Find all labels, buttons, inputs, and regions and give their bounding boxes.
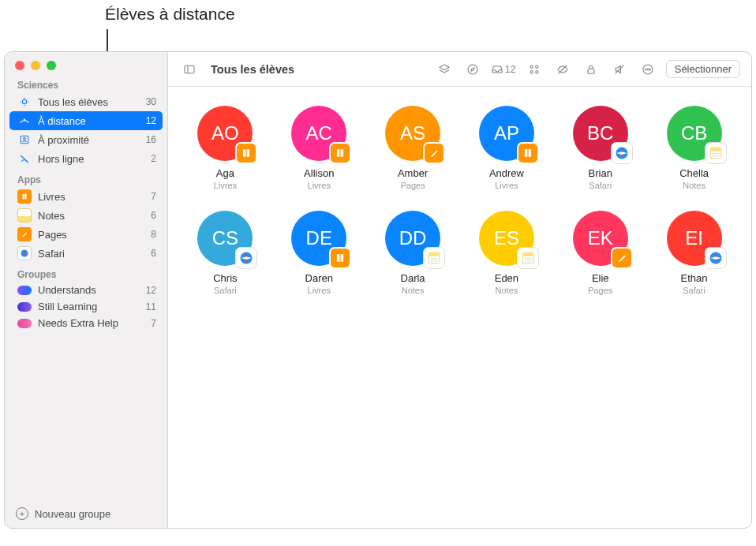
- app-badge-icon: [235, 247, 257, 269]
- student-initials: CB: [681, 122, 707, 144]
- inbox-button[interactable]: 12: [491, 63, 516, 76]
- app-badge-icon: [329, 142, 351, 164]
- student-name: Darla: [401, 272, 425, 284]
- sidebar-item-label: Needs Extra Help: [38, 317, 144, 329]
- student-name: Andrew: [489, 167, 524, 179]
- sidebar-item[interactable]: Safari6: [5, 244, 167, 263]
- svg-marker-11: [471, 68, 474, 71]
- student-avatar: AS: [385, 106, 440, 161]
- svg-point-12: [530, 65, 533, 68]
- student-item[interactable]: DEDarenLivres: [276, 211, 362, 295]
- sidebar-item[interactable]: Still Learning11: [5, 298, 167, 315]
- student-avatar: BC: [573, 106, 628, 161]
- mute-icon[interactable]: [609, 60, 630, 79]
- sidebar: SciencesTous les élèves30À distance12À p…: [5, 52, 168, 528]
- student-app: Livres: [495, 181, 518, 190]
- sidebar-item[interactable]: Needs Extra Help7: [5, 315, 167, 331]
- window-controls: [5, 52, 167, 73]
- svg-rect-17: [588, 69, 594, 73]
- sidebar-icon: [17, 151, 32, 166]
- select-button[interactable]: Sélectionner: [666, 60, 740, 78]
- sidebar-item[interactable]: Understands12: [5, 282, 167, 298]
- student-name: Brian: [589, 167, 612, 179]
- sidebar-item-count: 6: [151, 210, 156, 221]
- sidebar-item[interactable]: Tous les élèves30: [5, 92, 167, 111]
- student-app: Livres: [214, 181, 237, 190]
- student-name: Allison: [304, 167, 334, 179]
- svg-point-22: [649, 69, 650, 69]
- sidebar-item[interactable]: À proximité16: [5, 130, 167, 149]
- svg-point-14: [530, 70, 533, 73]
- student-avatar: DE: [291, 211, 346, 266]
- student-name: Elie: [592, 272, 609, 284]
- sidebar-item-label: Tous les élèves: [38, 96, 140, 108]
- app-icon: [17, 227, 32, 241]
- sidebar-item-count: 7: [151, 318, 156, 329]
- student-item[interactable]: CSChrisSafari: [182, 211, 268, 295]
- sidebar-item[interactable]: Hors ligne2: [5, 149, 167, 168]
- sidebar-item-label: Hors ligne: [38, 153, 144, 165]
- sidebar-section-header: Apps: [5, 168, 167, 187]
- sidebar-item-label: Still Learning: [38, 301, 140, 312]
- svg-marker-9: [440, 65, 449, 70]
- sidebar-icon: [17, 95, 32, 109]
- sidebar-toggle-icon[interactable]: [179, 60, 200, 79]
- sidebar-item-count: 11: [146, 301, 156, 312]
- student-app: Notes: [683, 181, 705, 190]
- svg-point-3: [24, 137, 26, 140]
- student-item[interactable]: EKEliePages: [557, 211, 643, 295]
- group-color-icon: [17, 319, 32, 328]
- student-initials: AP: [494, 122, 519, 144]
- sidebar-item[interactable]: Pages8: [5, 225, 167, 244]
- student-item[interactable]: BCBrianSafari: [557, 106, 643, 190]
- student-item[interactable]: CBChellaNotes: [651, 106, 737, 190]
- zoom-window-button[interactable]: [47, 61, 56, 70]
- student-app: Livres: [308, 181, 331, 190]
- student-initials: EI: [685, 227, 703, 249]
- plus-circle-icon: +: [16, 507, 28, 520]
- sidebar-item[interactable]: Livres7: [5, 187, 167, 206]
- close-window-button[interactable]: [15, 61, 24, 70]
- sidebar-item[interactable]: Notes6: [5, 206, 167, 225]
- sidebar-item-count: 16: [146, 134, 156, 145]
- new-group-button[interactable]: + Nouveau groupe: [5, 499, 167, 528]
- student-name: Ethan: [681, 272, 708, 284]
- student-item[interactable]: APAndrewLivres: [464, 106, 550, 190]
- svg-point-0: [22, 99, 26, 103]
- student-avatar: DD: [385, 211, 440, 266]
- student-item[interactable]: EIEthanSafari: [651, 211, 737, 295]
- app-icon: [17, 189, 32, 204]
- toolbar: Tous les élèves 12: [168, 52, 751, 87]
- main-area: Tous les élèves 12: [168, 52, 751, 528]
- minimize-window-button[interactable]: [31, 61, 40, 70]
- student-app: Pages: [400, 181, 425, 190]
- lock-icon[interactable]: [581, 60, 601, 79]
- sidebar-icon: [17, 114, 32, 128]
- sidebar-item-count: 8: [151, 229, 156, 240]
- grid-icon[interactable]: [524, 60, 545, 79]
- sidebar-item-count: 12: [146, 115, 156, 126]
- sidebar-section-header: Sciences: [5, 73, 167, 92]
- student-item[interactable]: AOAgaLivres: [182, 106, 268, 190]
- svg-point-13: [535, 65, 537, 68]
- sidebar-item-count: 2: [151, 153, 156, 164]
- student-item[interactable]: ESEdenNotes: [464, 211, 550, 295]
- sidebar-section-header: Groupes: [5, 263, 167, 282]
- sidebar-item[interactable]: À distance12: [9, 111, 163, 130]
- eye-off-icon[interactable]: [552, 60, 573, 79]
- student-item[interactable]: ASAmberPages: [370, 106, 456, 190]
- layers-icon[interactable]: [434, 60, 455, 79]
- svg-point-1: [24, 119, 24, 120]
- students-grid: AOAgaLivresACAllisonLivresASAmberPagesAP…: [168, 87, 751, 314]
- student-initials: EK: [588, 227, 613, 249]
- student-item[interactable]: ACAllisonLivres: [276, 106, 362, 190]
- app-badge-icon: [517, 142, 539, 164]
- student-app: Notes: [402, 286, 425, 295]
- student-item[interactable]: DDDarlaNotes: [370, 211, 456, 295]
- app-badge-icon: [423, 142, 445, 164]
- sidebar-item-label: À proximité: [38, 134, 140, 146]
- page-title: Tous les élèves: [211, 63, 294, 76]
- student-name: Daren: [305, 272, 333, 284]
- compass-icon[interactable]: [462, 60, 483, 79]
- more-icon[interactable]: [638, 60, 658, 79]
